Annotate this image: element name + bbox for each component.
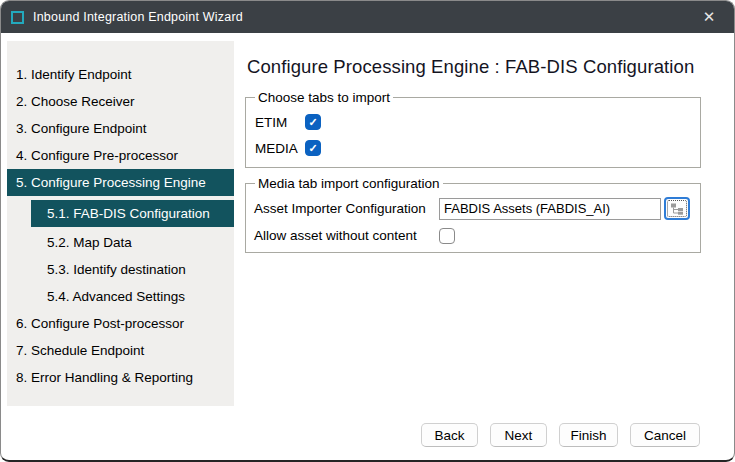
etim-label: ETIM [255, 115, 305, 130]
wizard-steps-sidebar: 1. Identify Endpoint 2. Choose Receiver … [7, 41, 234, 406]
media-checkbox[interactable]: ✓ [305, 140, 321, 156]
sidebar-item-label: 7. Schedule Endpoint [16, 343, 144, 358]
media-import-group: Media tab import configuration Asset Imp… [245, 176, 701, 253]
cancel-button[interactable]: Cancel [630, 423, 700, 447]
wizard-dialog: Inbound Integration Endpoint Wizard ✕ 1.… [0, 0, 735, 462]
next-button[interactable]: Next [490, 423, 547, 447]
finish-button[interactable]: Finish [559, 423, 618, 447]
sidebar-item-label: 5.1. FAB-DIS Configuration [47, 206, 210, 221]
etim-checkbox[interactable]: ✓ [305, 114, 321, 130]
asset-importer-label: Asset Importer Configuration [254, 201, 439, 216]
sidebar-item-label: 5.3. Identify destination [47, 262, 186, 277]
wizard-nav-buttons: Back Next Finish Cancel [421, 423, 700, 447]
close-icon[interactable]: ✕ [694, 2, 724, 32]
sidebar-item-configure-pre-processor[interactable]: 4. Configure Pre-processor [7, 142, 234, 169]
sidebar-item-error-handling-reporting[interactable]: 8. Error Handling & Reporting [7, 364, 234, 391]
asset-importer-input[interactable] [439, 198, 661, 220]
etim-row: ETIM ✓ [254, 109, 692, 135]
sidebar-item-configure-post-processor[interactable]: 6. Configure Post-processor [7, 310, 234, 337]
choose-tabs-legend: Choose tabs to import [255, 90, 393, 105]
sidebar-item-label: 5.4. Advanced Settings [47, 289, 185, 304]
sidebar-item-fab-dis-configuration[interactable]: 5.1. FAB-DIS Configuration [31, 200, 234, 227]
media-import-legend: Media tab import configuration [255, 176, 443, 191]
sidebar-item-configure-endpoint[interactable]: 3. Configure Endpoint [7, 115, 234, 142]
media-label: MEDIA [255, 141, 305, 156]
sidebar-item-advanced-settings[interactable]: 5.4. Advanced Settings [7, 283, 234, 310]
sidebar-item-choose-receiver[interactable]: 2. Choose Receiver [7, 88, 234, 115]
allow-asset-checkbox[interactable]: ✓ [439, 228, 455, 244]
sidebar-item-label: 6. Configure Post-processor [16, 316, 184, 331]
title-bar: Inbound Integration Endpoint Wizard ✕ [1, 1, 734, 33]
allow-asset-label: Allow asset without content [254, 228, 439, 243]
sidebar-item-label: 3. Configure Endpoint [16, 121, 147, 136]
allow-asset-row: Allow asset without content ✓ [254, 222, 692, 249]
window-title: Inbound Integration Endpoint Wizard [33, 10, 243, 24]
sidebar-item-label: 2. Choose Receiver [16, 94, 135, 109]
media-import-fieldset: Media tab import configuration Asset Imp… [245, 176, 701, 253]
sidebar-item-identify-endpoint[interactable]: 1. Identify Endpoint [7, 61, 234, 88]
checkmark-icon: ✓ [308, 143, 317, 154]
sidebar-item-schedule-endpoint[interactable]: 7. Schedule Endpoint [7, 337, 234, 364]
page-title: Configure Processing Engine : FAB-DIS Co… [247, 56, 727, 78]
browse-button[interactable] [664, 197, 690, 220]
tree-icon [670, 203, 684, 215]
sidebar-item-label: 4. Configure Pre-processor [16, 148, 178, 163]
checkmark-icon: ✓ [308, 117, 317, 128]
choose-tabs-group: Choose tabs to import ETIM ✓ MEDIA ✓ [245, 90, 701, 168]
media-row: MEDIA ✓ [254, 135, 692, 161]
sidebar-item-label: 1. Identify Endpoint [16, 67, 132, 82]
back-button[interactable]: Back [421, 423, 478, 447]
app-icon [11, 11, 24, 24]
sidebar-item-label: 8. Error Handling & Reporting [16, 370, 193, 385]
sidebar-item-configure-processing-engine[interactable]: 5. Configure Processing Engine [7, 169, 234, 196]
sidebar-item-map-data[interactable]: 5.2. Map Data [7, 229, 234, 256]
asset-importer-row: Asset Importer Configuration [254, 195, 692, 222]
sidebar-item-label: 5.2. Map Data [47, 235, 132, 250]
sidebar-item-label: 5. Configure Processing Engine [16, 175, 206, 190]
choose-tabs-fieldset: Choose tabs to import ETIM ✓ MEDIA ✓ [245, 90, 701, 168]
sidebar-item-identify-destination[interactable]: 5.3. Identify destination [7, 256, 234, 283]
